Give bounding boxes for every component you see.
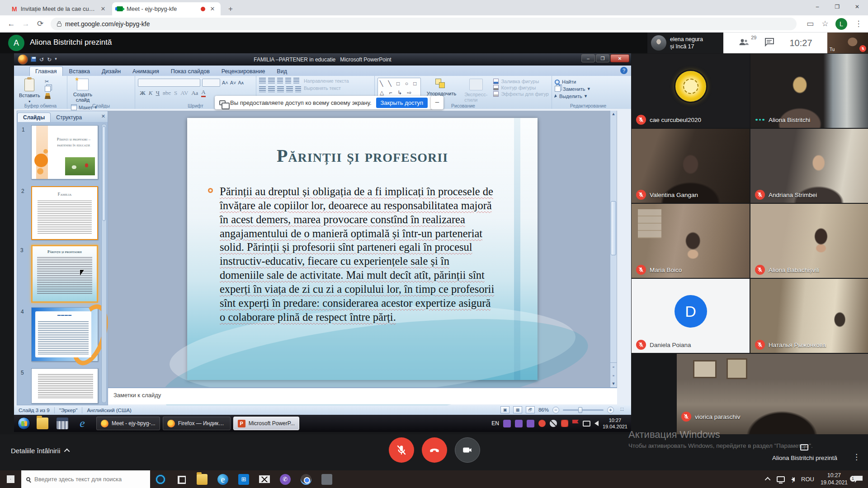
align-center-icon[interactable] [268,86,275,92]
ribbon-tab-animation[interactable]: Анимация [127,67,165,76]
participant-tile[interactable]: viorica paraschiv [677,354,868,438]
slide-thumbnail-4[interactable]: 4 ▬▬▬▬ [31,307,98,361]
arrange-button[interactable]: Упорядочить [425,78,458,97]
maximize-button[interactable]: ❐ [828,0,846,14]
ppt-restore-button[interactable]: ❐ [596,54,609,62]
taskbar-button-powerpoint[interactable]: P Microsoft PowerP... [233,417,299,430]
task-view-icon[interactable] [176,474,187,485]
clear-format-icon[interactable]: 🗛 [238,80,244,86]
replace-button[interactable]: Заменить ▾ [555,86,622,92]
participant-tile[interactable]: Maria Boico [632,204,750,278]
app-icon[interactable] [321,474,332,485]
cut-icon[interactable]: ✂ [45,79,51,84]
save-icon[interactable] [31,56,36,62]
language-indicator[interactable]: ROU [801,476,814,483]
tab-outline[interactable]: Структура [51,113,87,122]
text-direction-button[interactable]: Направление текста [304,78,349,85]
more-options-icon[interactable]: ⋮ [853,452,860,462]
cast-icon[interactable]: ▭ [805,19,815,29]
find-button[interactable]: Найти [555,79,622,84]
calculator-icon[interactable] [57,418,68,429]
slide-canvas[interactable]: Părinții și profesorii Părinții au drept… [187,118,538,380]
zoom-slider[interactable] [563,409,604,411]
self-view-tile[interactable]: Tu [827,33,868,53]
font-size-box[interactable] [202,79,220,87]
grow-font-icon[interactable]: A˄ [222,80,228,85]
search-input[interactable] [34,476,138,483]
red-tray-icon[interactable] [561,420,568,427]
shape-fill-button[interactable]: Заливка фигуры [493,79,549,84]
stop-sharing-button[interactable]: Закрыть доступ [376,98,428,108]
panel-close-icon[interactable]: ✕ [101,113,105,119]
office-button[interactable] [18,54,28,65]
new-slide-button[interactable]: Создать слайд [70,78,95,103]
slideshow-button[interactable]: 🗗 [526,406,535,413]
notes-pane[interactable]: Заметки к слайду [108,387,617,404]
bold-button[interactable]: Ж [140,89,146,97]
taskbar-button-firefox[interactable]: Firefox — Индика... [163,417,231,430]
help-icon[interactable]: ? [620,67,627,74]
align-left-icon[interactable] [259,86,266,92]
mic-tray-icon[interactable] [503,420,511,427]
bookmark-star-icon[interactable]: ☆ [820,19,830,29]
tab-meet[interactable]: Meet - ejy-bpyg-kfe ✕ [112,2,221,15]
network-icon[interactable] [777,476,785,482]
change-case-button[interactable]: Аа [191,89,198,97]
participant-tile[interactable]: cae curcubeul2020 [632,54,750,128]
slide-thumbnail-1[interactable]: 1 Părinți și profesori –parteneri în edu… [31,125,98,179]
participant-tile[interactable]: Aliona Bistritchi [750,54,868,128]
close-button[interactable]: ✕ [848,0,866,14]
internet-explorer-icon[interactable]: e [76,418,88,429]
participant-tile[interactable]: Andriana Strimbei [750,129,868,203]
participant-pinned-elena[interactable]: elena negura și încă 17 [647,33,723,53]
shadow-button[interactable]: S [174,89,177,97]
ppt-minimize-button[interactable]: – [581,54,595,62]
taskbar-button-meet[interactable]: Meet - ejy-bpyg-... [96,417,160,430]
shared-clock[interactable]: 10:2719.04.2021 [603,417,627,430]
shrink-font-icon[interactable]: A˅ [230,80,236,85]
camera-toggle-button[interactable] [455,437,480,463]
minimize-button[interactable]: – [808,0,826,14]
participant-tile[interactable]: Aliona Babachișvili [750,204,868,278]
font-name-box[interactable] [138,79,200,87]
store-icon[interactable]: ⊞ [238,474,249,485]
taskbar-search[interactable] [21,470,150,488]
strikethrough-button[interactable]: abc [163,89,171,97]
slide-thumbnail-5[interactable]: 5 [31,368,98,404]
numbering-icon[interactable] [268,78,275,84]
meeting-details-button[interactable]: Detaliile întâlnirii [11,447,70,455]
zoom-out-button[interactable]: − [552,407,559,413]
mic-toggle-button[interactable] [389,437,414,463]
quick-styles-button[interactable]: Экспресс-стили [462,78,490,103]
align-right-icon[interactable] [277,86,284,92]
paste-button[interactable]: Вставить▾ [17,78,42,104]
tray-expand-icon[interactable] [765,477,771,483]
satellite-tray-icon[interactable] [550,420,557,427]
font-color-button[interactable]: А [201,89,205,97]
share-banner-minimize-button[interactable]: – [431,96,443,109]
columns-icon[interactable] [295,86,301,92]
taskbar-clock[interactable]: 10:2719.04.2021 [821,472,848,486]
mail-icon[interactable] [259,474,270,485]
slide-thumbnail-2[interactable]: 2 Familia [31,186,98,240]
ribbon-tab-review[interactable]: Рецензирование [216,67,271,76]
start-orb-icon[interactable] [18,417,30,430]
network-tray-icon[interactable] [583,421,590,427]
char-spacing-button[interactable]: AV [180,89,188,97]
chrome-icon[interactable] [301,474,311,485]
ribbon-tab-slideshow[interactable]: Показ слайдов [165,67,215,76]
format-painter-icon[interactable] [45,93,51,99]
tab-gmail-invite[interactable]: M Invitație Meet de la cae curcubeu ✕ [7,2,111,15]
normal-view-button[interactable]: ▣ [500,406,509,413]
line-spacing-icon[interactable] [293,78,299,84]
ppt-title-bar[interactable]: ↺ ↻ ▾ FAMILIA –PARTENER in educatie Micr… [14,53,631,66]
prev-next-slide-buttons[interactable]: «» [610,362,617,380]
explorer-icon[interactable] [37,418,48,429]
select-button[interactable]: Выделить ▾ [555,93,622,99]
refresh-icon[interactable]: ⟳ [35,19,45,29]
justify-icon[interactable] [286,86,293,92]
language-indicator[interactable]: EN [491,420,499,427]
volume-icon[interactable] [791,477,795,482]
ribbon-tab-home[interactable]: Главная [29,66,63,76]
indent-increase-icon[interactable] [285,78,291,84]
